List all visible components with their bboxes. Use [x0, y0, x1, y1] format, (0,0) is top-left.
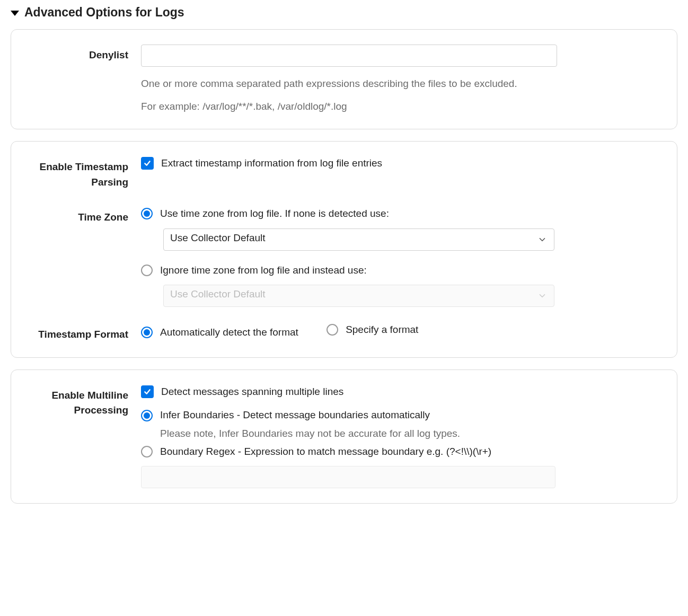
- infer-boundaries-text: Infer Boundaries - Detect message bounda…: [160, 408, 430, 423]
- tz-ignore-select: Use Collector Default: [163, 285, 554, 307]
- tz-ignore-radio[interactable]: [141, 265, 153, 276]
- enable-timestamp-checkbox[interactable]: [141, 157, 154, 170]
- section-title: Advanced Options for Logs: [24, 5, 184, 20]
- panel-multiline: Enable Multiline Processing Detect messa…: [11, 369, 677, 504]
- tz-usefile-text: Use time zone from log file. If none is …: [160, 207, 389, 221]
- enable-timestamp-text: Extract timestamp information from log f…: [161, 156, 382, 171]
- section-header[interactable]: Advanced Options for Logs: [11, 5, 677, 20]
- infer-boundaries-radio[interactable]: [141, 410, 153, 421]
- boundary-regex-radio[interactable]: [141, 446, 153, 457]
- denylist-help-1: One or more comma separated path express…: [141, 76, 554, 92]
- timezone-label: Time Zone: [27, 207, 141, 225]
- boundary-regex-text: Boundary Regex - Expression to match mes…: [160, 445, 491, 459]
- enable-timestamp-label: Enable Timestamp Parsing: [27, 156, 141, 190]
- enable-multiline-label: Enable Multiline Processing: [27, 385, 141, 418]
- format-specify-radio[interactable]: [327, 324, 338, 336]
- format-specify-text: Specify a format: [346, 324, 418, 336]
- infer-boundaries-note: Please note, Infer Boundaries may not be…: [160, 428, 661, 439]
- timestamp-format-label: Timestamp Format: [27, 324, 141, 342]
- tz-usefile-select[interactable]: Use Collector Default: [163, 228, 554, 251]
- format-auto-text: Automatically detect the format: [160, 327, 298, 338]
- tz-usefile-radio[interactable]: [141, 208, 153, 219]
- tz-ignore-text: Ignore time zone from log file and inste…: [160, 263, 367, 278]
- denylist-label: Denylist: [27, 45, 141, 63]
- caret-down-icon: [11, 11, 19, 16]
- tz-ignore-select-value: Use Collector Default: [170, 288, 266, 300]
- denylist-input[interactable]: [141, 45, 557, 67]
- enable-multiline-checkbox[interactable]: [141, 385, 154, 398]
- panel-timestamp: Enable Timestamp Parsing Extract timesta…: [11, 141, 677, 358]
- tz-usefile-select-value: Use Collector Default: [170, 232, 266, 243]
- panel-denylist: Denylist One or more comma separated pat…: [11, 29, 677, 129]
- check-icon: [143, 388, 152, 396]
- format-auto-radio[interactable]: [141, 327, 153, 338]
- boundary-regex-input: [141, 466, 555, 488]
- denylist-help-2: For example: /var/log/**/*.bak, /var/old…: [141, 99, 554, 115]
- detect-multiline-text: Detect messages spanning multiple lines: [161, 385, 343, 399]
- check-icon: [143, 159, 152, 168]
